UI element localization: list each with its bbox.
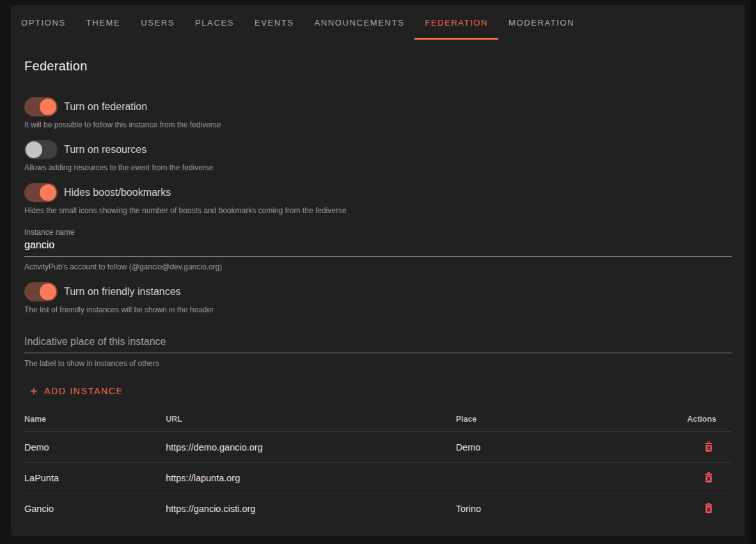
table-row: Demo https://demo.gancio.org Demo <box>24 432 732 463</box>
instance-name-hint: ActivityPub's account to follow (@gancio… <box>24 262 732 271</box>
setting-turn-on-resources: Turn on resources Allows adding resource… <box>24 140 732 172</box>
toggle-label: Turn on federation <box>64 101 147 113</box>
tab-events[interactable]: EVENTS <box>244 5 304 40</box>
toggle-hint: Hides the small icons showing the number… <box>24 206 732 215</box>
plus-icon <box>28 385 40 397</box>
friendly-instances-table: Name URL Place Actions Demo https://demo… <box>24 408 732 524</box>
cell-name: Gancio <box>24 493 166 524</box>
tab-federation[interactable]: FEDERATION <box>414 5 498 40</box>
admin-panel-card: OPTIONS THEME USERS PLACES EVENTS ANNOUN… <box>11 5 745 536</box>
trash-x-icon <box>702 471 715 484</box>
delete-instance-button[interactable] <box>701 500 716 516</box>
toggle-thumb <box>40 184 56 201</box>
trash-x-icon <box>702 440 715 453</box>
delete-instance-button[interactable] <box>701 439 716 454</box>
toggle-label: Turn on resources <box>64 144 146 156</box>
toggle-thumb <box>40 284 56 300</box>
table-row: LaPunta https://lapunta.org <box>24 463 732 493</box>
add-instance-label: ADD INSTANCE <box>44 386 123 396</box>
cell-url: https://demo.gancio.org <box>166 432 455 463</box>
instance-name-field-group: Instance name ActivityPub's account to f… <box>24 228 732 271</box>
tab-users[interactable]: USERS <box>130 5 185 40</box>
admin-tabbar: OPTIONS THEME USERS PLACES EVENTS ANNOUN… <box>11 5 745 40</box>
federation-panel: Federation Turn on federation It will be… <box>11 59 745 524</box>
cell-url: https://lapunta.org <box>166 463 455 493</box>
tab-theme[interactable]: THEME <box>76 5 131 40</box>
instance-name-label: Instance name <box>24 228 732 237</box>
toggle-hint: It will be possible to follow this insta… <box>24 120 732 129</box>
page-title: Federation <box>24 59 732 74</box>
toggle-label: Hides boost/bookmarks <box>64 187 171 198</box>
col-header-actions: Actions <box>675 408 732 432</box>
toggle-hint: The list of friendly instances will be s… <box>24 305 732 314</box>
instance-name-input[interactable] <box>24 237 732 257</box>
setting-friendly-instances: Turn on friendly instances The list of f… <box>24 282 732 314</box>
col-header-place: Place <box>456 408 675 432</box>
page-scrollbar[interactable] <box>750 0 756 544</box>
friendly-instances-toggle[interactable] <box>24 282 58 301</box>
cell-name: Demo <box>24 432 166 463</box>
delete-instance-button[interactable] <box>701 470 716 485</box>
toggle-thumb <box>40 99 56 115</box>
toggle-label: Turn on friendly instances <box>64 286 181 298</box>
resources-toggle[interactable] <box>24 140 58 159</box>
cell-place: Torino <box>456 493 675 524</box>
add-instance-button[interactable]: ADD INSTANCE <box>24 383 127 399</box>
setting-turn-on-federation: Turn on federation It will be possible t… <box>24 97 732 129</box>
tab-places[interactable]: PLACES <box>185 5 244 40</box>
tab-moderation[interactable]: MODERATION <box>498 5 585 40</box>
instance-place-input[interactable] <box>24 333 732 353</box>
table-header-row: Name URL Place Actions <box>24 408 732 432</box>
instance-place-field-group: The label to show in instances of others <box>24 333 732 368</box>
tab-announcements[interactable]: ANNOUNCEMENTS <box>304 5 415 40</box>
cell-url: https://gancio.cisti.org <box>166 493 455 524</box>
toggle-thumb <box>26 141 42 158</box>
hide-boosts-toggle[interactable] <box>24 183 58 202</box>
table-row: Gancio https://gancio.cisti.org Torino <box>24 493 732 524</box>
federation-toggle[interactable] <box>24 97 58 116</box>
cell-place <box>456 463 675 493</box>
cell-name: LaPunta <box>24 463 166 493</box>
col-header-name: Name <box>24 408 166 432</box>
tab-options[interactable]: OPTIONS <box>11 5 76 40</box>
setting-hide-boosts: Hides boost/bookmarks Hides the small ic… <box>24 183 732 215</box>
col-header-url: URL <box>166 408 455 432</box>
cell-place: Demo <box>456 432 675 463</box>
instance-place-hint: The label to show in instances of others <box>24 359 732 368</box>
trash-x-icon <box>702 502 715 515</box>
toggle-hint: Allows adding resources to the event fro… <box>24 163 732 172</box>
